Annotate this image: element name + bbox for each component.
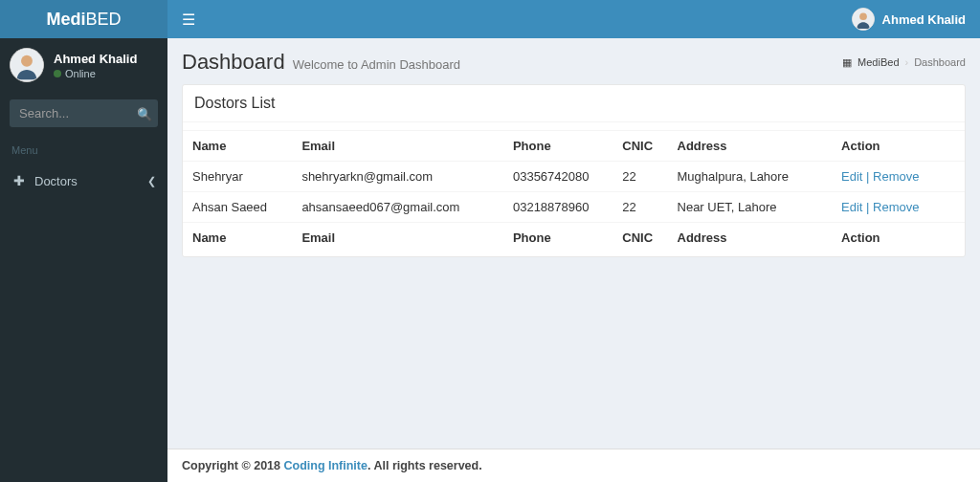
dashboard-icon: ▦ bbox=[842, 56, 852, 69]
brand-suffix: BED bbox=[86, 10, 122, 29]
sidebar-item-doctors[interactable]: ✚︎ Doctors ❮ bbox=[0, 164, 167, 198]
cell-email: shehryarkn@gmail.com bbox=[292, 162, 503, 192]
table-row: Shehryar shehryarkn@gmail.com 0335674208… bbox=[183, 162, 965, 192]
col-header-name: Name bbox=[183, 131, 292, 162]
col-header-email: Email bbox=[292, 131, 503, 162]
edit-link[interactable]: Edit bbox=[841, 200, 862, 214]
user-status: Online bbox=[54, 68, 137, 79]
col-footer-name: Name bbox=[183, 223, 292, 253]
col-header-action: Action bbox=[832, 131, 965, 162]
header-username: Ahmed Khalid bbox=[882, 12, 966, 27]
search-button[interactable]: 🔍 bbox=[137, 106, 152, 120]
col-footer-email: Email bbox=[292, 223, 503, 253]
status-dot-icon bbox=[54, 70, 61, 77]
svg-point-1 bbox=[859, 12, 867, 20]
breadcrumb: ▦ MediBed › Dashboard bbox=[842, 56, 966, 69]
user-status-text: Online bbox=[65, 68, 96, 79]
sidebar: Ahmed Khalid Online 🔍 Menu ✚︎ Doctors ❮ bbox=[0, 38, 167, 482]
col-header-address: Address bbox=[668, 131, 833, 162]
doctors-table: Name Email Phone CNIC Address Action She… bbox=[183, 130, 965, 252]
avatar bbox=[10, 48, 44, 82]
footer-copy-prefix: Copyright © 2018 bbox=[182, 459, 283, 472]
sidebar-item-label: Doctors bbox=[34, 174, 78, 188]
cell-address: Near UET, Lahore bbox=[668, 192, 833, 223]
remove-link[interactable]: Remove bbox=[873, 169, 919, 184]
table-row: Ahsan Saeed ahsansaeed067@gmail.com 0321… bbox=[183, 192, 965, 223]
brand-prefix: Medi bbox=[46, 10, 85, 29]
page-title-text: Dashboard bbox=[182, 50, 285, 75]
col-header-cnic: CNIC bbox=[612, 131, 667, 162]
user-menu[interactable]: Ahmed Khalid bbox=[852, 8, 966, 31]
edit-link[interactable]: Edit bbox=[841, 169, 862, 184]
cell-name: Ahsan Saeed bbox=[183, 192, 292, 223]
avatar bbox=[852, 8, 875, 31]
page-subtitle: Welcome to Admin Dashboard bbox=[293, 57, 460, 72]
box-title: Dostors List bbox=[194, 95, 953, 112]
cell-action: Edit | Remove bbox=[832, 162, 965, 192]
chevron-right-icon: › bbox=[905, 56, 909, 68]
cell-name: Shehryar bbox=[183, 162, 292, 192]
bars-icon: ☰ bbox=[182, 11, 195, 28]
col-footer-cnic: CNIC bbox=[612, 223, 667, 253]
footer: Copyright © 2018 Coding Infinite. All ri… bbox=[167, 449, 980, 482]
cell-email: ahsansaeed067@gmail.com bbox=[292, 192, 503, 223]
remove-link[interactable]: Remove bbox=[873, 200, 919, 214]
search-input[interactable] bbox=[10, 99, 158, 127]
footer-link[interactable]: Coding Infinite bbox=[283, 459, 367, 472]
col-header-phone: Phone bbox=[503, 131, 612, 162]
footer-copy-suffix: . All rights reserved. bbox=[368, 459, 482, 472]
col-footer-phone: Phone bbox=[503, 223, 612, 253]
table-header-row: Name Email Phone CNIC Address Action bbox=[183, 131, 965, 162]
cell-phone: 03218878960 bbox=[503, 192, 612, 223]
breadcrumb-current: Dashboard bbox=[914, 56, 966, 68]
sidebar-username: Ahmed Khalid bbox=[54, 52, 137, 66]
cell-cnic: 22 bbox=[612, 192, 667, 223]
chevron-left-icon: ❮ bbox=[147, 175, 156, 187]
cell-action: Edit | Remove bbox=[832, 192, 965, 223]
table-footer-row: Name Email Phone CNIC Address Action bbox=[183, 223, 965, 253]
breadcrumb-home[interactable]: MediBed bbox=[858, 56, 899, 68]
medkit-icon: ✚︎ bbox=[11, 173, 27, 188]
sidebar-toggle-button[interactable]: ☰ bbox=[182, 11, 195, 29]
col-footer-action: Action bbox=[832, 223, 965, 253]
svg-point-3 bbox=[21, 55, 33, 67]
cell-phone: 03356742080 bbox=[503, 162, 612, 192]
page-title: Dashboard Welcome to Admin Dashboard bbox=[182, 50, 460, 75]
sidebar-search: 🔍 bbox=[10, 99, 158, 127]
cell-address: Mughalpura, Lahore bbox=[668, 162, 833, 192]
col-footer-address: Address bbox=[668, 223, 833, 253]
search-icon: 🔍 bbox=[137, 106, 152, 120]
cell-cnic: 22 bbox=[612, 162, 667, 192]
brand-logo[interactable]: MediBED bbox=[0, 0, 167, 38]
menu-header: Menu bbox=[0, 137, 167, 164]
